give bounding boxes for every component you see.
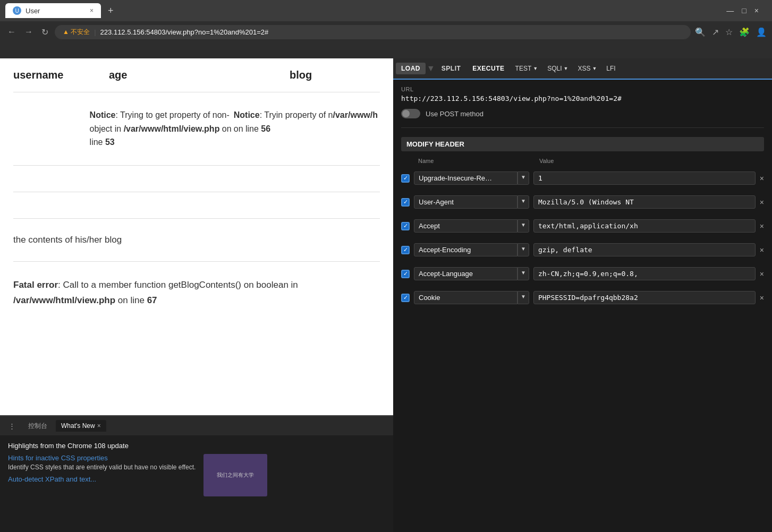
forward-button[interactable]: → [22,25,35,39]
header-5-value-input[interactable] [533,291,756,304]
header-0-delete-button[interactable]: × [760,174,764,183]
blog-content-row: the contents of his/her blog [13,219,380,262]
tab-bar: U User × + — □ × [0,0,772,21]
blog-text: the contents of his/her blog [13,235,122,245]
header-2-delete-button[interactable]: × [760,222,764,230]
header-row-3: ✓ ▼ × [401,243,764,256]
fatal-line-num: 67 [147,295,157,305]
notice1-line-num: 53 [105,138,115,147]
bookmark-icon[interactable]: ☆ [725,27,733,37]
sqli-dropdown-arrow: ▼ [564,66,569,71]
new-tab-button[interactable]: + [104,5,118,16]
tab-close-button[interactable]: × [90,7,94,14]
tab-title: User [26,7,40,15]
header-4-value-input[interactable] [533,267,756,280]
window-controls: — □ × [726,6,767,15]
table-headers: username age blog [13,69,380,92]
header-3-name-input[interactable] [414,243,518,256]
header-4-delete-button[interactable]: × [760,270,764,278]
hackbar-panel: LOAD ▼ SPLIT EXECUTE TEST ▼ SQLI ▼ XSS ▼… [393,58,772,532]
minimize-button[interactable]: — [726,6,734,15]
header-row-4: ✓ ▼ × [401,267,764,280]
hackbar-xss-dropdown[interactable]: XSS ▼ [573,63,601,74]
address-bar-icons: 🔍 ↗ ☆ 🧩 👤 [695,27,767,37]
divider-1 [401,127,764,128]
active-tab[interactable]: U User × [5,3,101,18]
main-container: username age blog Notice: Trying to get … [0,58,772,532]
fatal-message: : Call to a member function getBlogConte… [58,280,298,290]
header-1-value-input[interactable] [533,195,756,209]
toggle-thumb [402,110,410,117]
hackbar-toolbar: LOAD ▼ SPLIT EXECUTE TEST ▼ SQLI ▼ XSS ▼… [393,58,772,80]
post-toggle[interactable]: Use POST method [401,109,764,118]
fatal-line-prefix: on line [118,295,147,305]
hackbar-lfi-dropdown[interactable]: LFI [602,63,620,74]
post-toggle-switch[interactable] [401,109,420,118]
hackbar-url-section: URL http://223.112.5.156:54803/view.php?… [401,86,764,102]
header-1-name-input[interactable] [414,195,518,209]
xss-dropdown-arrow: ▼ [592,66,597,71]
header-5-delete-button[interactable]: × [760,294,764,302]
username-header: username [13,69,109,81]
back-button[interactable]: ← [5,25,18,39]
header-row-1: ✓ ▼ × [401,195,764,209]
hackbar-load-button[interactable]: LOAD [396,63,426,74]
tab-favicon: U [13,6,21,15]
notice2-line-prefix: on line [234,124,261,133]
hackbar-sqli-dropdown[interactable]: SQLI ▼ [543,63,572,74]
modify-header-label: MODIFY HEADER [401,137,764,151]
fatal-path: /var/www/html/view.php [13,295,115,305]
load-dropdown-arrow[interactable]: ▼ [427,64,435,73]
header-1-name-dropdown[interactable]: ▼ [518,195,529,209]
value-col-label: Value [539,158,764,164]
address-input[interactable]: ▲ 不安全 | 223.112.5.156:54803/view.php?no=… [55,25,691,39]
extensions-icon[interactable]: 🧩 [739,27,750,37]
security-indicator: ▲ 不安全 [63,28,90,37]
name-col-label: Name [418,158,535,164]
notice-col-1 [13,108,90,149]
close-window-button[interactable]: × [754,6,759,15]
header-3-delete-button[interactable]: × [760,246,764,254]
refresh-button[interactable]: ↻ [39,25,50,39]
address-bar: ← → ↻ ▲ 不安全 | 223.112.5.156:54803/view.p… [0,21,772,42]
profile-icon[interactable]: 👤 [756,27,767,37]
empty-row-1 [13,166,380,192]
header-4-name-input[interactable] [414,267,518,280]
hackbar-body: URL http://223.112.5.156:54803/view.php?… [393,80,772,532]
browser-chrome: U User × + — □ × ← → ↻ ▲ 不安全 | 223.112.5… [0,0,772,58]
header-column-labels: Name Value [401,158,764,164]
share-icon[interactable]: ↗ [712,27,719,37]
empty-row-2 [13,192,380,219]
fatal-text: Fatal error: Call to a member function g… [13,278,380,308]
header-3-name-dropdown[interactable]: ▼ [518,243,529,256]
url-label: URL [401,86,764,92]
header-2-name-dropdown[interactable]: ▼ [518,219,529,233]
header-0-name-dropdown[interactable]: ▼ [518,171,529,185]
maximize-button[interactable]: □ [742,6,746,15]
header-row-2: ✓ ▼ × [401,219,764,233]
header-2-name-input[interactable] [414,219,518,233]
search-icon[interactable]: 🔍 [695,27,706,37]
header-5-checkbox[interactable]: ✓ [401,294,410,302]
header-row-0: ✓ ▼ × [401,171,764,185]
header-0-name-input[interactable] [414,171,518,185]
header-5-name-input[interactable] [414,291,518,304]
hackbar-test-dropdown[interactable]: TEST ▼ [511,63,542,74]
header-4-checkbox[interactable]: ✓ [401,270,410,278]
url-display: 223.112.5.156:54803/view.php?no=1%20and%… [100,28,269,36]
header-1-delete-button[interactable]: × [760,198,764,207]
header-1-checkbox[interactable]: ✓ [401,198,410,207]
header-3-value-input[interactable] [533,243,756,256]
header-5-name-dropdown[interactable]: ▼ [518,291,529,304]
header-0-checkbox[interactable]: ✓ [401,174,410,183]
hackbar-execute-button[interactable]: EXECUTE [467,63,510,74]
header-2-value-input[interactable] [533,219,756,233]
hackbar-split-button[interactable]: SPLIT [436,63,466,74]
header-4-name-dropdown[interactable]: ▼ [518,267,529,280]
header-3-checkbox[interactable]: ✓ [401,246,410,254]
notice-col-3: Notice: Tryin property of n/var/www/h on… [234,108,380,149]
url-value[interactable]: http://223.112.5.156:54803/view.php?no=1… [401,95,764,102]
header-0-value-input[interactable] [533,171,756,185]
header-2-checkbox[interactable]: ✓ [401,222,410,230]
notice1-keyword: Notice [90,110,116,119]
